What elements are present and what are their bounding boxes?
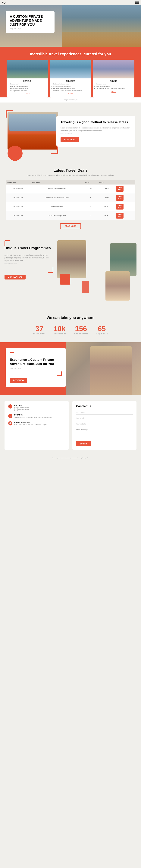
trip-4: Cape Town to Cape Town [31, 211, 84, 220]
col-price: PRICE [98, 180, 115, 185]
programmes-section: Unique Travel Programmes Sed lacinia vit… [0, 235, 141, 310]
view-trip-btn-1[interactable]: VIEWTRIP [116, 186, 124, 192]
trip-3: Nairobi to Nairobi [31, 202, 84, 211]
logo: logo [2, 1, 6, 4]
action-3[interactable]: VIEWTRIP [115, 202, 135, 211]
stat-ideas: 65 UNIQUE IDEAS [96, 325, 108, 335]
table-row: 15 SEP 2023 Cape Town to Cape Town 1 380… [6, 211, 135, 220]
location-label: LOCATION [14, 414, 51, 416]
adventure-content-card: Experience a Custom Private Adventure Ma… [6, 348, 66, 387]
hours-item: 🕐 BUSINESS HOURS Mon – Fri: 8 am – 8 pm,… [8, 421, 65, 426]
hotel-feature-2: 4-star dining, en-room credit [10, 85, 48, 88]
departure-1: 15 SEP 2023 [6, 185, 31, 193]
stress-section: Traveling is a good method to release st… [0, 102, 141, 164]
cruises-feature-3: Exclusive guided shore excursions [53, 88, 91, 90]
cruises-card-image [50, 60, 91, 79]
action-4[interactable]: VIEWTRIP [115, 211, 135, 220]
deals-section: Latest Travel Deals Lorem ipsum dolor si… [0, 164, 141, 235]
contact-submit-button[interactable]: SUBMIT [76, 441, 91, 446]
days-4: 1 [84, 211, 98, 220]
stat-coffee: 156 CUPS OF COFFEE [74, 325, 88, 335]
hotel-card: HOTELS Breakfast daily 4-star dining, en… [7, 60, 48, 97]
view-trip-btn-3[interactable]: VIEWTRIP [116, 204, 124, 210]
stat-coffee-number: 156 [74, 325, 88, 332]
stat-clients-label: HAPPY CLIENTS [53, 333, 66, 335]
programmes-body: Sed lacinia vitae arcu eget magna fermen… [4, 254, 54, 262]
contact-form-heading: Contact Us [76, 404, 133, 408]
bracket-tl-icon [6, 110, 13, 118]
travel-heading: Incredible travel experiences, curated f… [4, 52, 137, 56]
departure-2: 15 SEP 2023 [6, 193, 31, 203]
hotel-card-image [7, 60, 48, 79]
stress-book-now-button[interactable]: BOOK NOW [61, 137, 79, 142]
table-row: 15 SEP 2023 Zanzibar to Zanzibar Falls 1… [6, 185, 135, 193]
trip-2: Zanzibar to Zanzibar North Coast [31, 193, 84, 203]
stat-clients-number: 10k [53, 325, 66, 332]
tours-feature-3: Access to more than 2,500 global destina… [97, 88, 134, 90]
col-days: DAYS [84, 180, 98, 185]
footer-bottom: Lorem ipsum dolor sit amet, consectetur … [0, 454, 141, 462]
footer-info-panel: 📞 CALL US (+20) 0000 123 45 67 (+20) 000… [4, 401, 69, 450]
adventure-book-now-button[interactable]: BOOK NOW [10, 378, 27, 383]
col-departure: DEPARTURE [6, 180, 31, 185]
hero-section: A CUSTOM PRIVATE ADVENTURE MADE JUST FOR… [0, 5, 141, 46]
cruises-feature-1: Dedicated onboard hosts [53, 83, 91, 85]
contact-email-input[interactable] [76, 416, 133, 421]
stat-clients: 10k HAPPY CLIENTS [53, 325, 66, 335]
deals-table: DEPARTURE TRIP NAME DAYS PRICE 15 SEP 20… [6, 180, 135, 220]
deals-read-more-button[interactable]: READ MORE [60, 223, 81, 229]
programmes-view-tours-button[interactable]: VIEW ALL TOURS [4, 275, 26, 279]
price-1: 1.725 € [98, 185, 115, 193]
cards-row: HOTELS Breakfast daily 4-star dining, en… [4, 60, 137, 97]
departure-4: 15 SEP 2023 [6, 211, 31, 220]
tours-card-title: TOURS [93, 80, 134, 82]
hours-value: Mon – Fri: 8 am – 8 pm, Sat – Sun: 9 am … [14, 424, 46, 426]
stress-car-image [7, 112, 58, 150]
hamburger-button[interactable] [135, 1, 139, 4]
tours-more-link[interactable]: MORE [93, 91, 134, 93]
travel-section: Incredible travel experiences, curated f… [0, 46, 141, 102]
view-trip-btn-2[interactable]: VIEWTRIP [116, 195, 124, 201]
stats-row: 37 DESTINATIONS 10k HAPPY CLIENTS 156 CU… [4, 325, 137, 335]
action-2[interactable]: VIEWTRIP [115, 193, 135, 203]
contact-name-input[interactable] [76, 410, 133, 414]
adv-bracket-tl [10, 352, 14, 356]
cruises-more-link[interactable]: MORE [50, 93, 91, 95]
prog-bracket-br [48, 267, 54, 273]
col-action [115, 180, 135, 185]
stress-content-card: Traveling is a good method to release st… [57, 116, 135, 147]
stat-ideas-label: UNIQUE IDEAS [96, 333, 108, 335]
location-icon: 📍 [8, 414, 12, 418]
contact-website-input[interactable] [76, 422, 133, 426]
cruises-card-features: Dedicated onboard hosts Private welcome … [50, 83, 91, 92]
deals-intro: Lorem ipsum dolor sit amet, consectetur … [24, 174, 117, 177]
table-row: 15 SEP 2023 Zanzibar to Zanzibar North C… [6, 193, 135, 203]
cards-img-credit: Images from Freepik [0, 97, 141, 102]
stress-body: Lorem ipsum dolor sit amet, consectetur … [61, 127, 131, 132]
action-1[interactable]: VIEWTRIP [115, 185, 135, 193]
clock-icon: 🕐 [8, 421, 12, 426]
prog-orange-accent-1 [60, 274, 70, 285]
deals-heading: Latest Travel Deals [6, 168, 135, 173]
programmes-img-credit: Images from Freepik [4, 263, 54, 265]
prog-img-2 [110, 243, 137, 276]
departure-3: 15 SEP 2023 [6, 202, 31, 211]
hero-title: A CUSTOM PRIVATE ADVENTURE MADE JUST FOR… [10, 15, 50, 27]
cruises-feature-2: Private welcome receptions [53, 85, 91, 88]
adv-bracket-br [57, 371, 62, 376]
hotel-feature-3: Staff to help create memories [10, 88, 48, 90]
bracket-br-icon [51, 147, 58, 154]
table-row: 15 SEP 2023 Nairobi to Nairobi 3 410 € V… [6, 202, 135, 211]
contact-message-input[interactable] [76, 428, 133, 437]
phone-icon: 📞 [8, 404, 12, 408]
programmes-images [57, 240, 137, 301]
stat-destinations-label: DESTINATIONS [33, 333, 45, 335]
stats-section: We can take you anywhere 37 DESTINATIONS… [0, 310, 141, 342]
stat-ideas-number: 65 [96, 325, 108, 332]
view-trip-btn-4[interactable]: VIEWTRIP [116, 213, 124, 219]
hotel-more-link[interactable]: MORE [7, 93, 48, 95]
hotel-feature-1: Breakfast daily [10, 83, 48, 85]
col-tripname: TRIP NAME [31, 180, 84, 185]
programmes-content: Unique Travel Programmes Sed lacinia vit… [4, 240, 54, 279]
adventure-person-image [90, 346, 132, 395]
